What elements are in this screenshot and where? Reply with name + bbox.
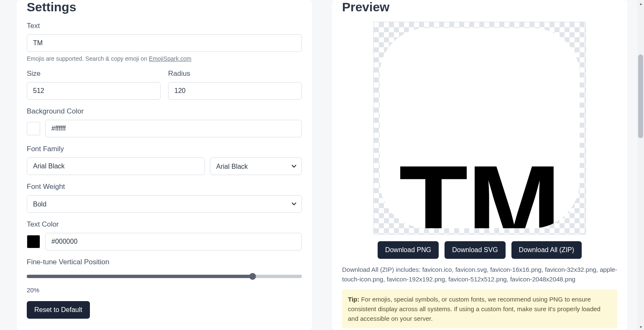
fontfamily-select[interactable]: Arial Black bbox=[210, 157, 302, 175]
slider-fill bbox=[27, 275, 253, 278]
bgcolor-label: Background Color bbox=[27, 107, 302, 116]
zip-contents-note: Download All (ZIP) includes: favicon.ico… bbox=[342, 265, 617, 284]
emoji-spark-link[interactable]: EmojiSpark.com bbox=[149, 55, 192, 62]
favicon-preview-text: TM bbox=[399, 164, 560, 228]
radius-input[interactable] bbox=[168, 82, 302, 100]
bgcolor-input[interactable] bbox=[45, 120, 302, 137]
scrollbar-thumb[interactable] bbox=[638, 54, 643, 138]
preview-stage: TM bbox=[373, 22, 586, 235]
text-label: Text bbox=[27, 22, 302, 30]
preview-panel: Preview TM Download PNG Download SVG Dow… bbox=[332, 0, 627, 330]
vpos-value: 20% bbox=[27, 286, 302, 294]
tip-text: For emojis, special symbols, or custom f… bbox=[348, 296, 601, 322]
emoji-help-prefix: Emojis are supported. Search & copy emoj… bbox=[27, 55, 149, 62]
settings-heading: Settings bbox=[27, 0, 302, 14]
tip-box: Tip: For emojis, special symbols, or cus… bbox=[342, 289, 617, 329]
download-zip-button[interactable]: Download All (ZIP) bbox=[511, 241, 582, 259]
vpos-slider[interactable] bbox=[27, 271, 302, 282]
vpos-label: Fine-tune Vertical Position bbox=[27, 258, 302, 266]
preview-heading: Preview bbox=[342, 0, 617, 14]
emoji-help-text: Emojis are supported. Search & copy emoj… bbox=[27, 55, 302, 62]
favicon-preview: TM bbox=[380, 28, 580, 228]
download-svg-button[interactable]: Download SVG bbox=[445, 241, 505, 259]
fontfamily-input[interactable] bbox=[27, 157, 205, 175]
text-input[interactable] bbox=[27, 34, 302, 52]
fontweight-label: Font Weight bbox=[27, 183, 302, 191]
scroll-up-icon[interactable]: ▴ bbox=[637, 0, 644, 7]
page-scrollbar[interactable]: ▴ ▾ bbox=[637, 0, 644, 330]
slider-thumb[interactable] bbox=[249, 273, 256, 280]
bgcolor-swatch[interactable] bbox=[27, 122, 40, 135]
textcolor-swatch[interactable] bbox=[27, 235, 40, 248]
textcolor-input[interactable] bbox=[45, 233, 302, 250]
settings-panel: Settings Text Emojis are supported. Sear… bbox=[17, 0, 312, 330]
fontweight-select[interactable]: Bold bbox=[27, 195, 302, 213]
download-png-button[interactable]: Download PNG bbox=[378, 241, 439, 259]
textcolor-label: Text Color bbox=[27, 220, 302, 229]
size-label: Size bbox=[27, 70, 161, 78]
scroll-down-icon[interactable]: ▾ bbox=[637, 323, 644, 330]
size-input[interactable] bbox=[27, 82, 161, 100]
reset-button[interactable]: Reset to Default bbox=[27, 301, 90, 319]
radius-label: Radius bbox=[168, 70, 302, 78]
tip-label: Tip: bbox=[348, 296, 359, 303]
fontfamily-label: Font Family bbox=[27, 145, 302, 153]
